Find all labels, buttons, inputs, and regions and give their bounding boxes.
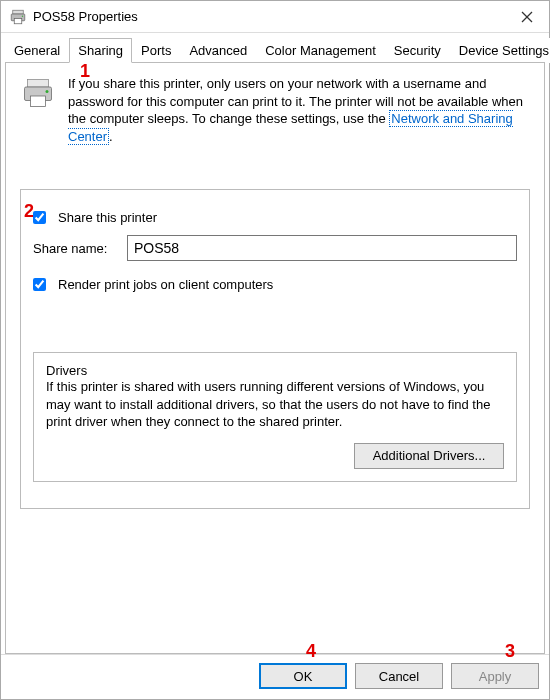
tab-advanced[interactable]: Advanced: [180, 38, 256, 63]
share-name-input[interactable]: [127, 235, 517, 261]
close-button[interactable]: [505, 1, 549, 33]
tab-color-management[interactable]: Color Management: [256, 38, 385, 63]
printer-icon: [9, 8, 27, 26]
share-this-printer-label[interactable]: Share this printer: [58, 210, 157, 225]
titlebar: POS58 Properties: [1, 1, 549, 33]
apply-button[interactable]: Apply: [451, 663, 539, 689]
ok-button[interactable]: OK: [259, 663, 347, 689]
window-title: POS58 Properties: [33, 9, 505, 24]
drivers-description: If this printer is shared with users run…: [46, 378, 504, 431]
sharing-intro: If you share this printer, only users on…: [20, 75, 530, 145]
render-client-checkbox[interactable]: [33, 278, 46, 291]
share-this-printer-row: Share this printer: [33, 210, 517, 225]
tab-device-settings[interactable]: Device Settings: [450, 38, 550, 63]
close-icon: [521, 11, 533, 23]
tab-ports[interactable]: Ports: [132, 38, 180, 63]
tab-general[interactable]: General: [5, 38, 69, 63]
properties-dialog: POS58 Properties General Sharing Ports A…: [0, 0, 550, 700]
cancel-button[interactable]: Cancel: [355, 663, 443, 689]
svg-rect-8: [31, 96, 46, 107]
tab-sharing[interactable]: Sharing: [69, 38, 132, 63]
share-name-row: Share name:: [33, 235, 517, 261]
additional-drivers-button[interactable]: Additional Drivers...: [354, 443, 504, 469]
drivers-button-row: Additional Drivers...: [46, 443, 504, 469]
drivers-group-label: Drivers: [46, 363, 87, 378]
share-groupbox: Share this printer Share name: Render pr…: [20, 189, 530, 509]
sharing-tab-panel: 1 If you share this printer, only users …: [5, 62, 545, 654]
dialog-button-row: 4 3 OK Cancel Apply: [1, 654, 549, 699]
render-client-label[interactable]: Render print jobs on client computers: [58, 277, 273, 292]
svg-rect-6: [28, 80, 49, 88]
svg-point-9: [46, 90, 49, 93]
sharing-intro-text: If you share this printer, only users on…: [68, 75, 530, 145]
svg-rect-0: [13, 10, 24, 14]
svg-rect-2: [14, 18, 22, 23]
printer-large-icon: [20, 75, 56, 111]
drivers-groupbox: Drivers If this printer is shared with u…: [33, 352, 517, 482]
tab-security[interactable]: Security: [385, 38, 450, 63]
share-name-label: Share name:: [33, 241, 115, 256]
svg-point-3: [22, 15, 24, 17]
tab-strip: General Sharing Ports Advanced Color Man…: [1, 33, 549, 62]
share-this-printer-checkbox[interactable]: [33, 211, 46, 224]
render-client-row: Render print jobs on client computers: [33, 277, 517, 292]
